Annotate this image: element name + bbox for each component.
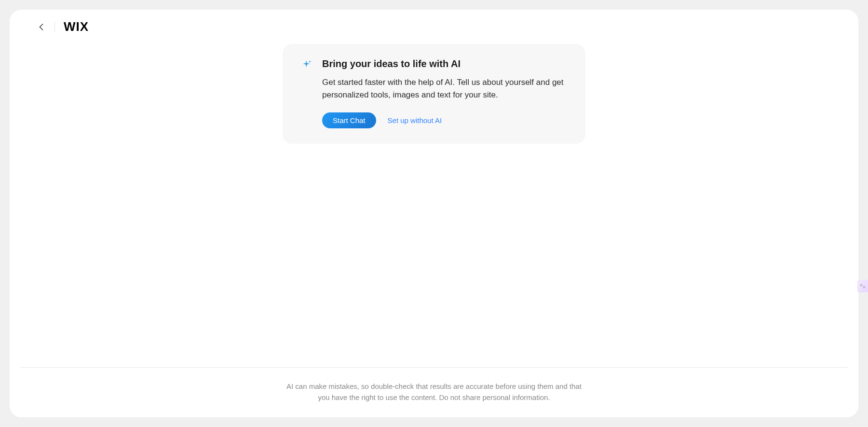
collapse-widget[interactable] (857, 280, 868, 292)
chevron-left-icon (39, 24, 43, 30)
footer: AI can make mistakes, so double-check th… (20, 367, 848, 417)
collapse-icon (860, 283, 866, 289)
content-area: Bring your ideas to life with AI Get sta… (10, 44, 858, 367)
card-description: Get started faster with the help of AI. … (322, 76, 566, 102)
setup-without-ai-link[interactable]: Set up without AI (388, 116, 442, 124)
sparkle-icon (302, 59, 312, 70)
wix-logo[interactable]: WIX (64, 19, 89, 34)
card-title: Bring your ideas to life with AI (322, 58, 566, 69)
card-actions: Start Chat Set up without AI (322, 112, 566, 128)
header-divider (54, 22, 55, 32)
ai-disclaimer: AI can make mistakes, so double-check th… (280, 381, 588, 403)
ai-onboarding-card: Bring your ideas to life with AI Get sta… (283, 44, 585, 144)
start-chat-button[interactable]: Start Chat (322, 112, 376, 128)
main-container: WIX Bring your ideas to life with AI (10, 10, 858, 417)
card-content: Bring your ideas to life with AI Get sta… (322, 58, 566, 128)
header: WIX (10, 10, 858, 44)
back-button[interactable] (36, 22, 46, 32)
